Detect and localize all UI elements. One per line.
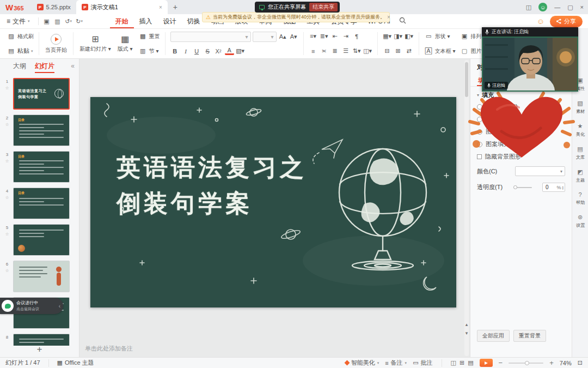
- hide-background-checkbox[interactable]: 隐藏背景图形: [470, 150, 572, 163]
- table-icon[interactable]: ▦▾: [383, 32, 392, 41]
- comments-button[interactable]: ▭ 批注: [413, 359, 432, 367]
- highlight-color-button[interactable]: ▧▾: [236, 46, 245, 56]
- favorite-star-icon[interactable]: ☆: [5, 159, 9, 164]
- font-size-select[interactable]: ▾: [253, 32, 277, 42]
- redo-icon[interactable]: ↻▾: [74, 16, 85, 26]
- favorite-star-icon[interactable]: ☆: [5, 195, 9, 200]
- fit-slide-icon[interactable]: ⊡: [578, 359, 583, 366]
- favorite-star-icon[interactable]: ☆: [5, 268, 9, 273]
- slide-title[interactable]: 英语语法复习之 倒装句学案: [117, 149, 307, 221]
- add-slide-button[interactable]: +: [0, 344, 79, 355]
- slide-thumbnail-3[interactable]: 目录: [13, 151, 70, 183]
- file-menu-button[interactable]: ≡ 文件 ▾: [0, 17, 35, 26]
- favorite-star-icon[interactable]: ☆: [5, 122, 9, 127]
- fill-option-picture[interactable]: 图片或纹理填充(P): [470, 125, 572, 138]
- fill-option-pattern[interactable]: 图案填充(A): [470, 138, 572, 150]
- bold-button[interactable]: B: [170, 46, 180, 56]
- scrollbar-thumb[interactable]: [465, 62, 468, 97]
- favorite-star-icon[interactable]: ☆: [5, 232, 9, 237]
- section-button[interactable]: ▥ 节 ▾: [138, 46, 160, 56]
- textbox-button[interactable]: 🄰 文本框 ▾: [424, 46, 456, 56]
- dock-item-theme[interactable]: ◩主题: [575, 168, 585, 184]
- merge-shapes-icon[interactable]: ⊟: [383, 46, 392, 56]
- user-avatar[interactable]: ☺: [538, 3, 547, 11]
- tab-home[interactable]: 开始: [110, 14, 134, 28]
- canvas-scrollbar[interactable]: [464, 60, 469, 356]
- italic-button[interactable]: I: [181, 46, 191, 56]
- font-color-button[interactable]: A: [225, 47, 234, 55]
- zoom-out-icon[interactable]: −: [499, 359, 503, 367]
- theme-button[interactable]: ▦ Office 主题: [57, 359, 94, 367]
- bullet-list-icon[interactable]: ≡▾: [309, 32, 318, 41]
- dock-item-library[interactable]: ▤文库: [575, 146, 585, 161]
- spinner-arrows-icon[interactable]: ▴▾: [562, 185, 564, 190]
- apply-all-button[interactable]: 全部应用: [477, 330, 510, 342]
- notes-button[interactable]: ≡ 备注 ▾: [385, 359, 407, 367]
- favorite-star-icon[interactable]: ☆: [5, 86, 9, 91]
- fill-option-solid[interactable]: 纯色填充(S): [470, 100, 572, 113]
- previous-slide-icon[interactable]: ▴: [465, 322, 468, 327]
- close-tab-icon[interactable]: ×: [159, 4, 162, 10]
- line-spacing-icon[interactable]: ⇅▾: [352, 46, 362, 56]
- dock-item-beautify[interactable]: ★美化: [575, 123, 585, 138]
- tab-design[interactable]: 设计: [158, 14, 182, 28]
- paragraph-mark-icon[interactable]: ¶: [352, 32, 362, 41]
- collapse-toast-icon[interactable]: ‹: [59, 303, 63, 309]
- slide-thumbnail-4[interactable]: 目录: [13, 188, 70, 219]
- reset-button[interactable]: ▩ 重置: [138, 32, 160, 41]
- meeting-toast[interactable]: 会议进行中 点击返回会议 ‹: [0, 298, 63, 314]
- reset-background-button[interactable]: 重置背景: [513, 330, 546, 342]
- slide-thumbnail-2[interactable]: 目录: [13, 114, 70, 146]
- current-slide[interactable]: 英语语法复习之 倒装句学案: [90, 97, 456, 307]
- notes-placeholder[interactable]: 单击此处添加备注: [85, 345, 133, 353]
- chevron-down-icon[interactable]: ▾: [31, 49, 33, 53]
- editing-canvas[interactable]: 英语语法复习之 倒装句学案 单击此处添加备注 ▴ ▾: [79, 59, 470, 357]
- slider-knob[interactable]: [513, 185, 517, 189]
- tab-outline[interactable]: 大纲: [13, 62, 26, 71]
- fill-option-gradient[interactable]: 渐变填充(G): [470, 113, 572, 125]
- strikethrough-button[interactable]: S: [203, 46, 212, 56]
- dock-item-assets[interactable]: ▧素材: [575, 100, 585, 115]
- layout-button[interactable]: ▦ 版式 ▾: [115, 31, 135, 56]
- slide-thumbnail-1[interactable]: 英语语法复习之倒装句学案: [13, 78, 70, 110]
- dock-item-help[interactable]: ?帮助: [575, 191, 585, 206]
- dock-item-settings[interactable]: ⊛设置: [575, 214, 585, 229]
- align-left-icon[interactable]: ≡: [309, 46, 318, 56]
- normal-view-icon[interactable]: ◫: [451, 359, 456, 366]
- close-warning-icon[interactable]: ×: [387, 14, 390, 20]
- distribute-icon[interactable]: ⊞: [394, 46, 403, 56]
- increase-indent-icon[interactable]: ⇥: [341, 32, 351, 41]
- slide-thumbnail-6[interactable]: [13, 261, 70, 292]
- slideshow-play-button[interactable]: [480, 359, 493, 367]
- decrease-indent-icon[interactable]: ⇤: [330, 32, 340, 41]
- document-tab-1[interactable]: P 5.25.pptx: [32, 0, 76, 14]
- search-icon[interactable]: [399, 17, 406, 26]
- transparency-spinner[interactable]: 0 % ▴▾: [542, 183, 565, 192]
- document-tab-2[interactable]: P 演示文稿1 ×: [76, 0, 168, 14]
- color-dropdown[interactable]: ▾: [515, 166, 565, 176]
- format-painter-label[interactable]: 格式刷: [17, 33, 34, 40]
- align-center-icon[interactable]: ≍: [320, 46, 329, 56]
- superscript-button[interactable]: X2: [214, 46, 223, 56]
- transparency-slider[interactable]: [513, 187, 532, 188]
- zoom-knob[interactable]: [525, 361, 529, 365]
- zoom-in-icon[interactable]: +: [549, 359, 554, 367]
- tab-insert[interactable]: 插入: [134, 14, 158, 28]
- new-tab-button[interactable]: +: [170, 2, 181, 13]
- underline-button[interactable]: U: [192, 46, 201, 56]
- webcam-overlay[interactable]: 正在讲话: 汪启灿: [482, 27, 578, 92]
- zoom-level[interactable]: 74%: [560, 360, 572, 366]
- save-icon[interactable]: ▣: [41, 16, 52, 26]
- share-button[interactable]: 分享: [550, 16, 583, 27]
- end-share-button[interactable]: 结束共享: [309, 3, 338, 11]
- side-panel-icon[interactable]: ◫: [526, 4, 531, 11]
- new-slide-button[interactable]: ⊞ 新建幻灯片 ▾: [77, 31, 113, 56]
- align-right-icon[interactable]: ≣: [330, 46, 340, 56]
- reading-view-icon[interactable]: ▤: [468, 359, 473, 366]
- paste-button[interactable]: ▤ 粘贴 ▾: [7, 46, 34, 56]
- smart-beautify-button[interactable]: 智能美化 ▾: [345, 359, 379, 367]
- print-icon[interactable]: ▥: [52, 16, 63, 26]
- smartart-icon[interactable]: ◧▾: [405, 32, 414, 41]
- justify-icon[interactable]: ☰: [341, 46, 351, 56]
- play-from-current-button[interactable]: 当页开始: [43, 31, 69, 56]
